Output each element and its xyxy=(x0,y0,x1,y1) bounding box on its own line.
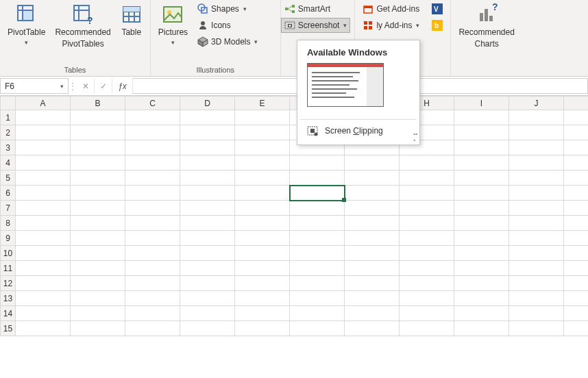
cell[interactable] xyxy=(400,261,454,276)
cell[interactable] xyxy=(454,155,509,171)
cell[interactable] xyxy=(71,291,125,306)
resize-grip-icon[interactable]: • •• xyxy=(413,131,417,143)
row-header[interactable]: 13 xyxy=(1,291,16,306)
cell[interactable] xyxy=(454,321,509,336)
cell[interactable] xyxy=(16,155,71,171)
cell[interactable] xyxy=(454,231,509,246)
cell[interactable] xyxy=(345,306,400,321)
row-header[interactable]: 2 xyxy=(1,125,16,140)
cell[interactable] xyxy=(509,155,564,171)
cell[interactable] xyxy=(509,276,564,291)
cell[interactable] xyxy=(454,216,509,231)
cell[interactable] xyxy=(235,155,290,171)
visio-addin-button[interactable]: V xyxy=(430,1,445,16)
cell[interactable] xyxy=(16,110,71,125)
cell[interactable] xyxy=(400,276,454,291)
cell[interactable] xyxy=(564,171,589,186)
cell[interactable] xyxy=(290,186,345,201)
cell[interactable] xyxy=(180,321,235,336)
cell[interactable] xyxy=(290,321,345,336)
cell[interactable] xyxy=(345,321,400,336)
cell[interactable] xyxy=(564,321,589,336)
cell[interactable] xyxy=(16,201,71,216)
cell[interactable] xyxy=(454,201,509,216)
cell[interactable] xyxy=(564,186,589,201)
cell[interactable] xyxy=(290,291,345,306)
cell[interactable] xyxy=(235,171,290,186)
cell[interactable] xyxy=(454,306,509,321)
cell[interactable] xyxy=(345,155,400,171)
cell[interactable] xyxy=(16,171,71,186)
cell[interactable] xyxy=(180,155,235,171)
row-header[interactable]: 9 xyxy=(1,231,16,246)
cell[interactable] xyxy=(564,306,589,321)
cell[interactable] xyxy=(16,306,71,321)
cell[interactable] xyxy=(235,125,290,140)
cell[interactable] xyxy=(454,140,509,155)
chevron-down-icon[interactable]: ▾ xyxy=(60,83,64,90)
insert-function-button[interactable]: ƒx xyxy=(112,78,133,94)
cell[interactable] xyxy=(564,216,589,231)
cell[interactable] xyxy=(71,321,125,336)
cell[interactable] xyxy=(71,276,125,291)
pivottable-button[interactable]: PivotTable ▾ xyxy=(4,1,49,48)
cell[interactable] xyxy=(16,261,71,276)
cell[interactable] xyxy=(290,201,345,216)
cell[interactable] xyxy=(71,231,125,246)
cell[interactable] xyxy=(290,306,345,321)
cell[interactable] xyxy=(345,171,400,186)
cell[interactable] xyxy=(290,155,345,171)
cancel-entry-button[interactable]: ✕ xyxy=(77,78,95,94)
cell[interactable] xyxy=(125,246,180,261)
cell[interactable] xyxy=(125,155,180,171)
cell[interactable] xyxy=(564,140,589,155)
cell[interactable] xyxy=(235,201,290,216)
cell[interactable] xyxy=(290,276,345,291)
recommended-pivottables-button[interactable]: ? Recommended PivotTables xyxy=(51,1,114,51)
cell[interactable] xyxy=(125,125,180,140)
cell[interactable] xyxy=(71,110,125,125)
cell[interactable] xyxy=(235,291,290,306)
cell[interactable] xyxy=(509,321,564,336)
cell[interactable] xyxy=(125,171,180,186)
cell[interactable] xyxy=(71,306,125,321)
cell[interactable] xyxy=(509,246,564,261)
cell[interactable] xyxy=(71,171,125,186)
cell[interactable] xyxy=(509,186,564,201)
cell[interactable] xyxy=(509,125,564,140)
cell[interactable] xyxy=(509,110,564,125)
cell[interactable] xyxy=(71,216,125,231)
cell[interactable] xyxy=(16,216,71,231)
cell[interactable] xyxy=(125,110,180,125)
column-header[interactable]: E xyxy=(235,97,290,110)
cell[interactable] xyxy=(509,306,564,321)
cell[interactable] xyxy=(235,231,290,246)
cell[interactable] xyxy=(400,155,454,171)
cell[interactable] xyxy=(564,125,589,140)
shapes-button[interactable]: Shapes ▾ xyxy=(194,1,261,16)
cell[interactable] xyxy=(180,306,235,321)
row-header[interactable]: 1 xyxy=(1,110,16,125)
cell[interactable] xyxy=(71,155,125,171)
row-header[interactable]: 14 xyxy=(1,306,16,321)
cell[interactable] xyxy=(180,276,235,291)
cell[interactable] xyxy=(345,186,400,201)
cell[interactable] xyxy=(16,246,71,261)
cell[interactable] xyxy=(454,171,509,186)
cell[interactable] xyxy=(16,291,71,306)
cell[interactable] xyxy=(125,291,180,306)
cell[interactable] xyxy=(71,246,125,261)
cell[interactable] xyxy=(400,231,454,246)
column-header[interactable]: A xyxy=(16,97,71,110)
select-all-corner[interactable] xyxy=(1,97,16,110)
cell[interactable] xyxy=(509,231,564,246)
cell[interactable] xyxy=(345,261,400,276)
cell[interactable] xyxy=(454,186,509,201)
cell[interactable] xyxy=(454,246,509,261)
recommended-charts-button[interactable]: ? Recommended Charts xyxy=(455,1,517,51)
cell[interactable] xyxy=(454,291,509,306)
cell[interactable] xyxy=(509,291,564,306)
cell[interactable] xyxy=(125,276,180,291)
cell[interactable] xyxy=(16,140,71,155)
row-header[interactable]: 4 xyxy=(1,155,16,171)
